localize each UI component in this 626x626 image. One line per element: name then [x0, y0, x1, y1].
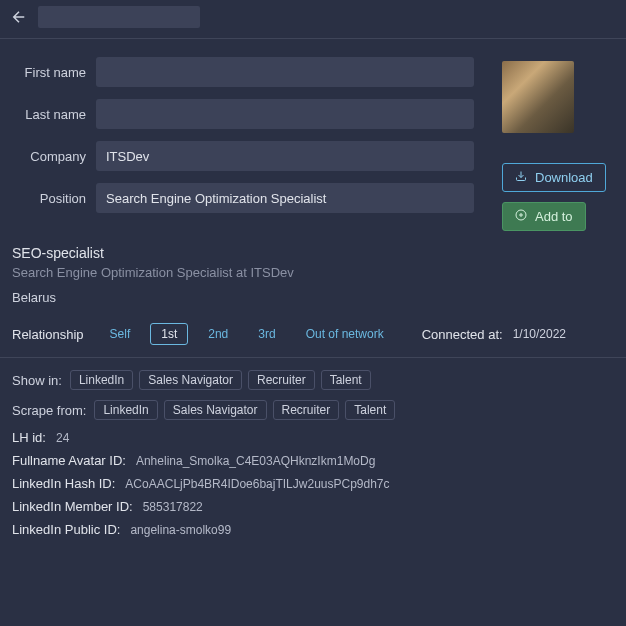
connected-date: 1/10/2022 [513, 327, 566, 341]
scrape-salesnav[interactable]: Sales Navigator [164, 400, 267, 420]
relationship-1st[interactable]: 1st [150, 323, 188, 345]
header [0, 0, 626, 38]
company-label: Company [12, 149, 96, 164]
role-subtitle: Search Engine Optimization Specialist at… [12, 265, 614, 280]
role-title: SEO-specialist [12, 245, 614, 261]
scrape-linkedin[interactable]: LinkedIn [94, 400, 157, 420]
download-button[interactable]: Download [502, 163, 606, 192]
show-section: Show in: LinkedIn Sales Navigator Recrui… [0, 358, 626, 557]
lh-id-val: 24 [56, 431, 69, 445]
show-in-label: Show in: [12, 373, 62, 388]
member-id-row: LinkedIn Member ID 585317822 [12, 499, 614, 514]
position-label: Position [12, 191, 96, 206]
relationship-label: Relationship [12, 327, 84, 342]
lh-id-row: LH id 24 [12, 430, 614, 445]
location: Belarus [12, 290, 614, 305]
show-in-row: Show in: LinkedIn Sales Navigator Recrui… [12, 370, 614, 390]
relationship-out[interactable]: Out of network [296, 324, 394, 344]
main-content: First name Last name Company Position Do… [0, 39, 626, 243]
hash-id-row: LinkedIn Hash ID ACoAACLjPb4BR4IDoe6bajT… [12, 476, 614, 491]
plus-circle-icon [515, 209, 527, 224]
show-in-talent[interactable]: Talent [321, 370, 371, 390]
lh-id-key: LH id [12, 430, 46, 445]
fullname-avatar-val: Anhelina_Smolka_C4E03AQHknzIkm1MoDg [136, 454, 375, 468]
scrape-from-row: Scrape from: LinkedIn Sales Navigator Re… [12, 400, 614, 420]
fullname-avatar-row: Fullname Avatar ID Anhelina_Smolka_C4E03… [12, 453, 614, 468]
first-name-input[interactable] [96, 57, 474, 87]
relationship-3rd[interactable]: 3rd [248, 324, 285, 344]
hash-id-key: LinkedIn Hash ID [12, 476, 115, 491]
member-id-val: 585317822 [143, 500, 203, 514]
download-icon [515, 170, 527, 185]
public-id-row: LinkedIn Public ID angelina-smolko99 [12, 522, 614, 537]
connected-label: Connected at: [422, 327, 503, 342]
public-id-val: angelina-smolko99 [130, 523, 231, 537]
show-in-salesnav[interactable]: Sales Navigator [139, 370, 242, 390]
hash-id-val: ACoAACLjPb4BR4IDoe6bajTILJw2uusPCp9dh7c [125, 477, 389, 491]
member-id-key: LinkedIn Member ID [12, 499, 133, 514]
addto-label: Add to [535, 209, 573, 224]
last-name-input[interactable] [96, 99, 474, 129]
company-input[interactable] [96, 141, 474, 171]
scrape-from-label: Scrape from: [12, 403, 86, 418]
side-column: Download Add to [502, 61, 614, 231]
first-name-label: First name [12, 65, 96, 80]
show-in-linkedin[interactable]: LinkedIn [70, 370, 133, 390]
page-title-input[interactable] [38, 6, 200, 28]
addto-button[interactable]: Add to [502, 202, 586, 231]
last-name-label: Last name [12, 107, 96, 122]
back-arrow-icon[interactable] [10, 8, 28, 26]
form-column: First name Last name Company Position [12, 57, 474, 231]
scrape-recruiter[interactable]: Recruiter [273, 400, 340, 420]
info-block: SEO-specialist Search Engine Optimizatio… [0, 243, 626, 357]
avatar [502, 61, 574, 133]
relationship-self[interactable]: Self [100, 324, 141, 344]
fullname-avatar-key: Fullname Avatar ID [12, 453, 126, 468]
show-in-recruiter[interactable]: Recruiter [248, 370, 315, 390]
public-id-key: LinkedIn Public ID [12, 522, 120, 537]
scrape-talent[interactable]: Talent [345, 400, 395, 420]
download-label: Download [535, 170, 593, 185]
position-input[interactable] [96, 183, 474, 213]
relationship-row: Relationship Self 1st 2nd 3rd Out of net… [12, 323, 614, 345]
relationship-2nd[interactable]: 2nd [198, 324, 238, 344]
